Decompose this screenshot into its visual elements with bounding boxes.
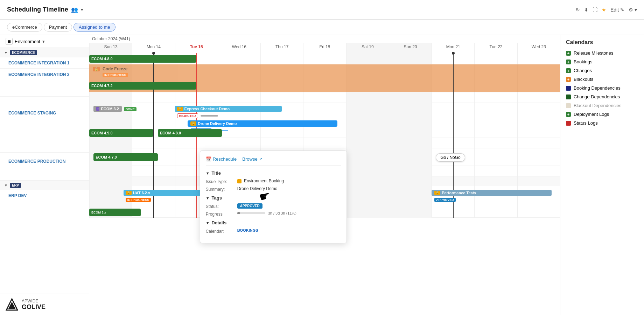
bar-ecom-32-container[interactable]: ▪ ECOM 3.2 DONE: [93, 106, 136, 112]
popup-row-summary: Summary: Drone Delivery Demo: [206, 186, 341, 192]
title-collapse-icon: ▼: [206, 171, 210, 175]
tab-assigned-to-me[interactable]: Assigned to me: [74, 23, 115, 31]
ecom32-label: ECOM 3.2: [101, 107, 119, 111]
ecom32-icon: ▪: [96, 107, 99, 111]
env-header: ☰ Environment ▾: [0, 35, 89, 48]
erp-arrow-icon[interactable]: ▼: [4, 183, 8, 187]
group-ecommerce-header[interactable]: ▼ ECOMMERCE: [0, 48, 89, 57]
change-dep-label: Change Dependencies: [574, 94, 620, 99]
progress-bg: [237, 212, 265, 214]
day-wed16: Wed 16: [218, 43, 260, 53]
uat-label: UAT 6.2.x: [133, 191, 150, 195]
sidebar-item-ecommerce-staging[interactable]: ECOMMERCE STAGING: [0, 107, 89, 142]
logo-text: APWIDE GOLIVE: [22, 299, 46, 311]
lock-icon-express: 🔒: [177, 107, 183, 111]
popup-row-status: Status: APPROVED: [206, 203, 341, 209]
day-thu17: Thu 17: [260, 43, 303, 53]
bar-ecom-480b[interactable]: ECOM 4.8.0: [158, 129, 222, 137]
bar-ecom-490[interactable]: ECOM 4.9.0: [89, 129, 153, 137]
perf-icon: 🔒: [434, 191, 440, 195]
blackout-dep-label: Blackout Dependencies: [574, 103, 622, 108]
cal-item-blackouts[interactable]: + Blackouts: [566, 77, 638, 82]
changes-icon: +: [566, 68, 571, 73]
gonogo-button[interactable]: Go / NoGo: [436, 153, 465, 162]
popup-row-issue-type: Issue Type: Environment Booking: [206, 178, 341, 184]
popup-row-progress: Progress: 3h / 3d 3h (11%): [206, 211, 341, 217]
changes-label: Changes: [574, 68, 592, 73]
popup-details-header[interactable]: ▼ Details: [206, 220, 341, 225]
collapse-button[interactable]: ☰: [6, 38, 13, 45]
tab-payment[interactable]: Payment: [44, 23, 72, 31]
day-sun20: Sun 20: [389, 43, 432, 53]
cal-item-changes[interactable]: + Changes: [566, 68, 638, 73]
day-fri18: Fri 18: [303, 43, 346, 53]
sidebar-item-ecommerce-production[interactable]: ECOMMERCE PRODUCTION: [0, 153, 89, 170]
express-checkout-label: Express Checkout Demo: [184, 107, 230, 111]
progress-fill: [237, 212, 240, 214]
cal-item-deployment-logs[interactable]: + Deployment Logs: [566, 112, 638, 117]
code-freeze-title: Code Freeze: [103, 66, 128, 71]
bar-ecom-480[interactable]: ECOM 4.8.0: [89, 55, 196, 63]
release-milestones-label: Release Milestones: [574, 50, 613, 56]
status-done: DONE: [124, 107, 136, 111]
week-label: October 2024 (W41): [92, 36, 130, 41]
chevron-down-icon[interactable]: ▾: [81, 7, 83, 12]
deploy-logs-icon: +: [566, 112, 571, 117]
popup-title-header[interactable]: ▼ Title: [206, 170, 341, 176]
timeline[interactable]: October 2024 (W41) Sun 13 Mon 14 Tue 15 …: [89, 35, 560, 315]
uat-status: IN PROGRESS: [126, 198, 151, 202]
env-chevron-icon[interactable]: ▾: [42, 39, 45, 44]
refresh-button[interactable]: ↻: [576, 7, 580, 13]
timeline-row-empty1: [89, 92, 560, 103]
header: Scheduling Timeline 👥 ▾ ↻ ⬇ ⛶ ★ Edit ✎ ⚙…: [0, 0, 644, 20]
sidebar-item-ecommerce-integration-1[interactable]: ECOMMERCE INTEGRATION 1: [0, 57, 89, 69]
tabs-bar: eCommerce Payment Assigned to me: [0, 20, 644, 35]
cal-item-status-logs[interactable]: Status Logs: [566, 120, 638, 126]
popup-tags-header[interactable]: ▼ Tags: [206, 195, 341, 201]
popup-section-title: ▼ Title Issue Type: Environment Booking …: [206, 170, 341, 192]
deploy-logs-label: Deployment Logs: [574, 112, 609, 117]
sidebar-row-empty-2: [0, 142, 89, 153]
left-panel: ☰ Environment ▾ ▼ ECOMMERCE ECOMMERCE IN…: [0, 35, 89, 315]
day-tue15: Tue 15: [175, 43, 218, 53]
timeline-row-integration2: 🔒 Code Freeze IN PROGRESS ECOM 4.7.2: [89, 64, 560, 92]
cal-item-blackout-dependencies[interactable]: Blackout Dependencies: [566, 103, 638, 108]
blackouts-icon: +: [566, 77, 571, 82]
bar-uat-62[interactable]: 🔒 UAT 6.2.x IN PROGRESS: [124, 190, 209, 203]
group-erp-header[interactable]: ▼ ERP: [0, 181, 89, 190]
bar-express-checkout[interactable]: 🔒 Express Checkout Demo REJECTED: [175, 106, 282, 119]
bar-ecom-470[interactable]: ECOM 4.7.0: [93, 153, 158, 161]
blackout-dep-icon: [566, 103, 571, 108]
logo-area: APWIDE GOLIVE: [0, 294, 89, 315]
status-logs-icon: [566, 121, 571, 126]
settings-button[interactable]: ⚙ ▾: [629, 7, 637, 13]
timeline-row-staging: 🔒 Express Checkout Demo REJECTED 🔒 Drone: [89, 103, 560, 138]
cal-item-change-dependencies[interactable]: Change Dependencies: [566, 94, 638, 99]
favorite-button[interactable]: ★: [602, 7, 606, 13]
edit-button[interactable]: Edit ✎: [610, 7, 624, 13]
bar-erp-sub[interactable]: ECOM 3.x: [89, 209, 141, 216]
bar-performance-tests[interactable]: 🔒 Performance Tests APPROVED: [432, 190, 551, 203]
sidebar-item-erp-dev[interactable]: ERP DEV: [0, 190, 89, 201]
timeline-wrapper: October 2024 (W41) Sun 13 Mon 14 Tue 15 …: [89, 35, 560, 315]
reschedule-action[interactable]: 📅 Reschedule: [206, 156, 237, 162]
browse-action[interactable]: Browse ↗: [242, 156, 262, 162]
fullscreen-button[interactable]: ⛶: [593, 7, 597, 13]
tab-ecommerce[interactable]: eCommerce: [7, 23, 42, 31]
popup-actions: 📅 Reschedule Browse ↗: [206, 156, 341, 166]
download-button[interactable]: ⬇: [584, 7, 588, 13]
code-freeze-label-group: Code Freeze IN PROGRESS: [103, 66, 128, 77]
day-sat19: Sat 19: [346, 43, 389, 53]
right-panel: Calendars + Release Milestones + Booking…: [560, 35, 644, 315]
group-arrow-icon[interactable]: ▼: [4, 51, 8, 55]
header-left: Scheduling Timeline 👥 ▾: [7, 6, 83, 13]
team-icon: 👥: [71, 6, 78, 13]
tags-collapse-icon: ▼: [206, 196, 210, 200]
bar-ecom-472[interactable]: ECOM 4.7.2: [89, 82, 196, 90]
sidebar-item-ecommerce-integration-2[interactable]: ECOMMERCE INTEGRATION 2: [0, 69, 89, 97]
cal-item-booking-dependencies[interactable]: Booking Dependencies: [566, 85, 638, 91]
cal-item-bookings[interactable]: + Bookings: [566, 59, 638, 64]
bookings-icon: +: [566, 59, 571, 64]
bookings-label: Bookings: [574, 59, 592, 64]
cal-item-release-milestones[interactable]: + Release Milestones: [566, 50, 638, 56]
